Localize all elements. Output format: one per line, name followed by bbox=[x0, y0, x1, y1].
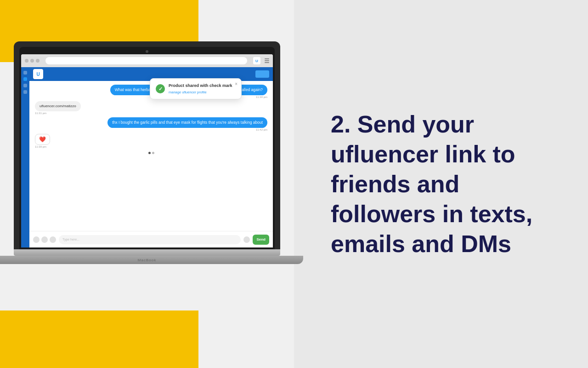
message-indicator-dots bbox=[35, 152, 267, 154]
mic-icon[interactable] bbox=[243, 236, 250, 243]
laptop-screen-bezel: U bbox=[19, 47, 275, 249]
message-bubble-3: thx I bought the garlic pills and that e… bbox=[107, 117, 267, 128]
dot-2 bbox=[152, 152, 154, 154]
sidebar-item-4[interactable] bbox=[23, 90, 27, 94]
browser-url-bar[interactable] bbox=[45, 57, 247, 64]
message-time-1: 11:30 pm bbox=[256, 96, 267, 98]
browser-max-dot bbox=[36, 59, 40, 63]
input-icons bbox=[33, 236, 56, 243]
notification-close-button[interactable]: × bbox=[235, 81, 237, 86]
notification-subtitle-link[interactable]: manage ufluencer profile bbox=[169, 90, 232, 94]
text-panel: 2. Send your ufluencer link to friends a… bbox=[294, 0, 588, 368]
list-item: thx I bought the garlic pills and that e… bbox=[35, 117, 267, 131]
macbook-label: MacBook bbox=[138, 258, 156, 262]
laptop-bottom-edge bbox=[14, 249, 280, 256]
send-button[interactable]: Send bbox=[253, 235, 269, 245]
notification-popup: × ✓ Product shared with check mark manag… bbox=[150, 78, 242, 99]
chat-text-input[interactable]: Type here... bbox=[59, 235, 241, 244]
check-icon: ✓ bbox=[156, 84, 165, 93]
chat-input-placeholder: Type here... bbox=[62, 238, 79, 241]
laptop-mockup: U bbox=[0, 41, 303, 264]
attachment-icon[interactable] bbox=[50, 236, 56, 243]
chat-input-bar: Type here... Send bbox=[29, 231, 273, 247]
message-time-2: 11:31 pm bbox=[35, 112, 46, 115]
app-logo: U bbox=[33, 69, 43, 79]
message-time-3: 11:42 pm bbox=[256, 128, 267, 131]
hero-line-4: followers in texts, bbox=[331, 201, 532, 227]
laptop-screen: U bbox=[21, 54, 273, 247]
browser-min-dot bbox=[30, 59, 34, 63]
laptop-screen-outer: U bbox=[14, 41, 280, 249]
notification-content: ✓ Product shared with check mark manage … bbox=[156, 83, 236, 94]
sidebar-item-1[interactable] bbox=[23, 71, 27, 75]
sidebar-item-3[interactable] bbox=[23, 84, 27, 87]
browser-window-controls bbox=[25, 59, 40, 63]
content-wrapper: U bbox=[0, 0, 588, 368]
message-link-bubble[interactable]: ufluencer.com/matizzo bbox=[35, 101, 81, 111]
emoji-icon[interactable] bbox=[41, 236, 48, 243]
hero-line-3: friends and bbox=[331, 171, 459, 197]
hero-heading: 2. Send your ufluencer link to friends a… bbox=[331, 109, 532, 259]
header-action-button[interactable] bbox=[255, 70, 269, 78]
list-item: ufluencer.com/matizzo 11:31 pm bbox=[35, 101, 267, 115]
left-panel: U bbox=[0, 0, 294, 368]
message-time-4: 11:39 pm bbox=[35, 145, 46, 148]
app-sidebar bbox=[21, 67, 29, 247]
hero-line-5: emails and DMs bbox=[331, 230, 511, 257]
hero-line-1: 2. Send your bbox=[331, 111, 474, 138]
notification-text-group: Product shared with check mark manage uf… bbox=[169, 83, 232, 94]
laptop-camera bbox=[146, 50, 148, 53]
chat-messages: What was that herbal supplement that you… bbox=[29, 81, 273, 231]
browser-extension-icon: U bbox=[253, 57, 260, 64]
checkmark-symbol: ✓ bbox=[158, 86, 163, 92]
laptop-base: MacBook bbox=[0, 256, 303, 264]
browser-bar: U bbox=[21, 54, 273, 67]
browser-close-dot bbox=[25, 59, 28, 63]
heart-reaction[interactable]: ❤️ bbox=[35, 134, 50, 145]
sidebar-item-2[interactable] bbox=[23, 77, 27, 81]
camera-icon[interactable] bbox=[33, 236, 40, 243]
dot-1 bbox=[148, 152, 151, 154]
hero-line-2: ufluencer link to bbox=[331, 141, 515, 167]
list-item: ❤️ 11:39 pm bbox=[35, 134, 267, 148]
notification-title: Product shared with check mark bbox=[169, 83, 232, 89]
